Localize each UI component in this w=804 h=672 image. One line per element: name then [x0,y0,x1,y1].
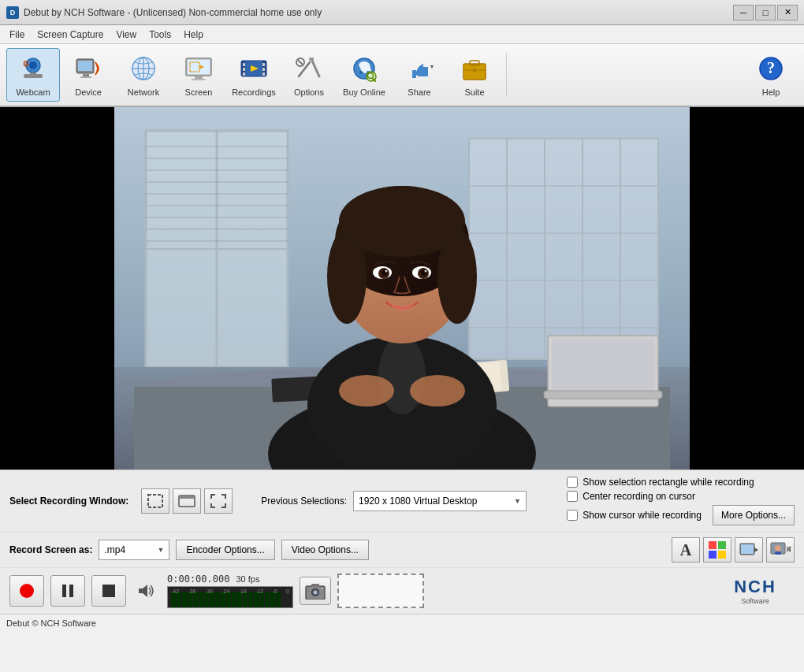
show-cursor-row: Show cursor while recording More Options… [567,505,795,525]
show-selection-label: Show selection rectangle while recording [583,477,754,488]
menu-file[interactable]: File [3,28,31,42]
show-selection-checkbox[interactable] [567,477,578,488]
video-options-button[interactable]: Video Options... [281,540,369,560]
title-controls: ─ □ ✕ [733,5,798,20]
menu-help[interactable]: Help [177,28,210,42]
toolbar-screen[interactable]: Screen [172,48,225,102]
record-button[interactable] [9,575,44,607]
text-annotation-button[interactable]: A [672,537,700,562]
svg-marker-112 [754,548,758,552]
encoder-options-button[interactable]: Encoder Options... [176,540,274,560]
toolbar-help[interactable]: ? Help [744,48,798,102]
svg-point-101 [410,375,465,407]
maximize-button[interactable]: □ [755,5,776,20]
checkboxes-group: Show selection rectangle while recording… [567,477,795,525]
svg-rect-17 [192,79,206,80]
fps-display: 30 fps [236,574,259,584]
transport-bar: 0:00:00.000 30 fps -42-36-30-24-18-12-60 [0,568,804,614]
toolbar-share[interactable]: Share [393,48,446,102]
svg-rect-106 [709,541,717,549]
time-display: 0:00:00.000 [167,574,229,585]
svg-rect-28 [262,72,265,76]
show-cursor-checkbox[interactable] [567,510,578,521]
svg-rect-25 [243,72,245,76]
volume-button[interactable] [132,575,161,607]
suite-label: Suite [464,87,484,97]
format-value: .mp4 [104,544,125,555]
toolbar-webcam[interactable]: Webcam [6,48,60,102]
status-bar: Debut © NCH Software [0,614,804,631]
svg-rect-111 [741,544,754,554]
share-label: Share [408,87,430,97]
toolbar-recordings[interactable]: Recordings [227,48,281,102]
svg-rect-27 [262,68,265,71]
svg-rect-31 [309,58,314,61]
window-select-button[interactable] [173,488,201,514]
options-label: Options [294,87,324,97]
svg-rect-124 [321,588,323,589]
controls-section: Select Recording Window: [0,470,804,614]
svg-rect-108 [709,551,717,559]
svg-point-100 [339,375,394,407]
stop-icon [102,585,115,597]
svg-rect-123 [311,584,319,587]
recording-window-row: Select Recording Window: [0,470,804,533]
dropdown-arrow: ▼ [514,497,521,505]
toolbar-suite[interactable]: Suite [448,48,501,102]
prev-selections-group: Previous Selections: 1920 x 1080 Virtual… [261,491,527,511]
center-cursor-checkbox[interactable] [567,491,578,502]
app-icon: D [6,6,19,19]
svg-rect-23 [243,63,245,66]
stop-button[interactable] [91,575,126,607]
menu-screen-capture[interactable]: Screen Capture [31,28,110,42]
svg-rect-45 [473,69,476,72]
center-cursor-row: Center recording on cursor [567,491,795,502]
menu-view[interactable]: View [110,28,143,42]
svg-rect-77 [544,391,662,399]
fullscreen-select-button[interactable] [204,488,233,514]
nch-logo: NCH Software [716,574,795,608]
svg-rect-102 [148,495,162,507]
toolbar-device[interactable]: Device [61,48,115,102]
toolbar-options[interactable]: Options [282,48,336,102]
webcam-icon [17,53,49,84]
svg-rect-16 [195,76,203,79]
svg-point-114 [775,545,781,551]
screen-video-button[interactable] [735,537,763,562]
svg-marker-41 [430,65,434,69]
svg-rect-26 [262,63,265,66]
device-label: Device [75,87,102,97]
minimize-button[interactable]: ─ [733,5,754,20]
select-recording-label: Select Recording Window: [9,496,128,507]
right-icons: A [672,537,795,562]
svg-rect-3 [30,72,36,75]
record-circle [20,584,34,598]
toolbar-network[interactable]: Network [117,48,170,102]
more-options-button[interactable]: More Options... [713,505,795,525]
record-screen-row: Record Screen as: .mp4 ▼ Encoder Options… [0,533,804,568]
color-palette-button[interactable] [703,537,731,562]
svg-text:?: ? [767,59,775,76]
svg-rect-24 [243,68,245,71]
toolbar-buyonline[interactable]: Buy Online [337,48,391,102]
svg-text:A: A [680,541,692,559]
menu-tools[interactable]: Tools [143,28,177,42]
svg-marker-118 [139,585,147,597]
svg-point-1 [29,61,37,69]
svg-point-85 [378,336,426,414]
network-icon [128,53,159,84]
region-select-button[interactable] [141,488,169,514]
nch-sub-text: Software [741,597,769,605]
screen-label: Screen [185,87,213,97]
buyonline-icon [348,53,380,84]
prev-sel-dropdown[interactable]: 1920 x 1080 Virtual Desktop ▼ [353,491,527,511]
format-dropdown[interactable]: .mp4 ▼ [99,540,169,560]
svg-rect-7 [83,74,89,76]
screenshot-button[interactable] [300,577,331,605]
webcam-overlay-button[interactable] [766,537,795,562]
pause-button[interactable] [50,575,85,607]
preview-area [0,107,804,470]
close-button[interactable]: ✕ [777,5,798,20]
toolbar-separator [506,53,507,97]
title-bar: D Debut by NCH Software - (Unlicensed) N… [0,0,804,25]
